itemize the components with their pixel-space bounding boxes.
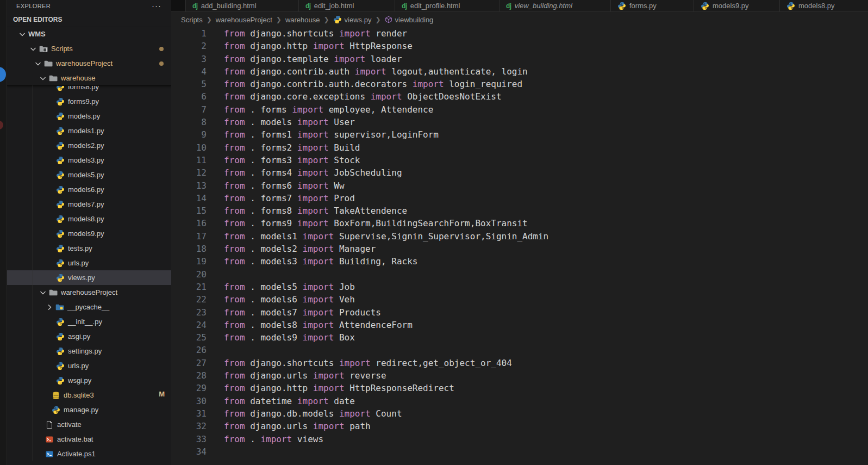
code-line-22[interactable]: 22from . models6 import Veh xyxy=(171,293,868,306)
tree-item-models7-py[interactable]: models7.py xyxy=(7,197,171,212)
code-line-34[interactable]: 34 xyxy=(171,445,868,458)
breadcrumb-label: warehouseProject xyxy=(216,16,272,24)
tree-item-wms[interactable]: WMS xyxy=(7,27,171,41)
open-editors-section[interactable]: OPEN EDITORS xyxy=(7,12,171,27)
line-number: 11 xyxy=(171,154,207,166)
breadcrumb-item-scripts[interactable]: Scripts xyxy=(181,16,203,24)
code-line-5[interactable]: 5from django.contrib.auth.decorators imp… xyxy=(171,78,868,90)
code-line-29[interactable]: 29from django.http import HttpResponseRe… xyxy=(171,382,868,394)
tree-item-views-py[interactable]: views.py xyxy=(7,270,171,285)
tree-item-label: models6.py xyxy=(68,185,104,194)
tree-item-models8-py[interactable]: models8.py xyxy=(7,212,171,226)
tree-item-forms9-py[interactable]: forms9.py xyxy=(7,94,171,109)
code-line-4[interactable]: 4from django.contrib.auth import logout,… xyxy=(171,65,868,78)
tab-forms-py[interactable]: forms.py xyxy=(611,0,694,11)
tree-item-label: models3.py xyxy=(68,156,104,164)
tab-view-building-html[interactable]: djview_building.html xyxy=(499,0,611,11)
code-line-17[interactable]: 17from . models1 import Supervise,Signin… xyxy=(171,230,868,243)
tree-item-init-py[interactable]: __init__.py xyxy=(7,314,171,329)
tree-item-wsgi-py[interactable]: wsgi.py xyxy=(7,373,171,388)
tree-item-forms8-py[interactable]: forms8.py xyxy=(7,86,171,94)
tab-edit-job-html[interactable]: djedit_job.html xyxy=(299,0,395,11)
code-line-1[interactable]: 1from django.shortcuts import render xyxy=(171,27,868,40)
code-line-14[interactable]: 14from . forms7 import Prod xyxy=(171,192,868,204)
breadcrumb-item-viewbuilding[interactable]: viewbuilding xyxy=(385,16,434,24)
code-line-25[interactable]: 25from . models9 import Box xyxy=(171,331,868,344)
tree-item-models9-py[interactable]: models9.py xyxy=(7,226,171,241)
code-line-2[interactable]: 2from django.http import HttpResponse xyxy=(171,40,868,52)
tree-item-urls-py[interactable]: urls.py xyxy=(7,358,171,373)
tree-item-warehouseproject[interactable]: warehouseProject xyxy=(7,56,171,71)
code-line-30[interactable]: 30from datetime import date xyxy=(171,395,868,407)
vscode-window: EXPLORER ··· OPEN EDITORS WMSScriptsware… xyxy=(0,0,868,465)
tree-item-warehouseproject[interactable]: warehouseProject xyxy=(7,285,171,300)
terminal-bat-icon xyxy=(45,435,54,444)
tree-item-models6-py[interactable]: models6.py xyxy=(7,182,171,197)
code-line-19[interactable]: 19from . models3 import Building, Racks xyxy=(171,255,868,268)
python-icon xyxy=(56,332,65,341)
tab-add-building-html[interactable]: djadd_building.html xyxy=(186,0,299,11)
tree-item-urls-py[interactable]: urls.py xyxy=(7,256,171,270)
python-icon xyxy=(786,2,795,10)
code-text: from . models5 import Job xyxy=(224,281,355,293)
code-text: from . forms1 import supervisor,LoginFor… xyxy=(224,128,439,141)
code-line-6[interactable]: 6from django.core.exceptions import Obje… xyxy=(171,90,868,103)
code-line-20[interactable]: 20 xyxy=(171,268,868,281)
breadcrumb-separator: ❯ xyxy=(324,16,329,23)
tree-item-settings-py[interactable]: settings.py xyxy=(7,344,171,358)
code-line-18[interactable]: 18from . models2 import Manager xyxy=(171,243,868,255)
open-editors-label: OPEN EDITORS xyxy=(13,16,62,23)
breadcrumb-item-views-py[interactable]: views.py xyxy=(333,15,372,24)
code-line-16[interactable]: 16from . forms9 import BoxForm,BuildingS… xyxy=(171,217,868,230)
tree-item-models1-py[interactable]: models1.py xyxy=(7,123,171,138)
code-line-31[interactable]: 31from django.db.models import Count xyxy=(171,407,868,420)
tab-label: add_building.html xyxy=(201,2,257,10)
line-number: 2 xyxy=(171,40,207,52)
code-line-26[interactable]: 26 xyxy=(171,344,868,356)
tree-item-asgi-py[interactable]: asgi.py xyxy=(7,329,171,344)
code-line-7[interactable]: 7from . forms import employee, Attendenc… xyxy=(171,103,868,116)
code-line-9[interactable]: 9from . forms1 import supervisor,LoginFo… xyxy=(171,128,868,141)
code-text: from . models9 import Box xyxy=(224,331,355,344)
tree-item-scripts[interactable]: Scripts xyxy=(7,41,171,56)
code-line-32[interactable]: 32from django.urls import path xyxy=(171,420,868,432)
tree-item-warehouse[interactable]: warehouse xyxy=(7,71,171,85)
code-line-21[interactable]: 21from . models5 import Job xyxy=(171,281,868,293)
tree-item-tests-py[interactable]: tests.py xyxy=(7,241,171,256)
tree-item-models5-py[interactable]: models5.py xyxy=(7,168,171,182)
code-line-10[interactable]: 10from . forms2 import Build xyxy=(171,141,868,154)
code-editor[interactable]: 1from django.shortcuts import render2fro… xyxy=(171,27,868,465)
line-number: 21 xyxy=(171,281,207,293)
breadcrumb-item-warehouseproject[interactable]: warehouseProject xyxy=(216,16,272,24)
tree-item-activate-bat[interactable]: activate.bat xyxy=(7,432,171,447)
tree-item-models-py[interactable]: models.py xyxy=(7,109,171,123)
code-line-27[interactable]: 27from django.shortcuts import redirect,… xyxy=(171,357,868,369)
tree-item-manage-py[interactable]: manage.py xyxy=(7,402,171,417)
django-icon: dj xyxy=(305,2,311,10)
code-line-28[interactable]: 28from django.urls import reverse xyxy=(171,369,868,382)
code-line-8[interactable]: 8from . models import User xyxy=(171,116,868,128)
line-number: 20 xyxy=(171,268,207,281)
breadcrumb-item-warehouse[interactable]: warehouse xyxy=(285,16,320,24)
more-actions-icon[interactable]: ··· xyxy=(152,3,161,9)
tree-item-models2-py[interactable]: models2.py xyxy=(7,138,171,153)
terminal-ps-icon xyxy=(45,450,54,458)
tab-models9-py[interactable]: models9.py xyxy=(694,0,780,11)
tree-item-db-sqlite3[interactable]: db.sqlite3M xyxy=(7,388,171,402)
tree-item-activate-ps1[interactable]: Activate.ps1 xyxy=(7,447,171,461)
code-line-24[interactable]: 24from . models8 import AttendenceForm xyxy=(171,319,868,331)
code-line-3[interactable]: 3from django.template import loader xyxy=(171,53,868,65)
tab-models8-py[interactable]: models8.py xyxy=(780,0,868,11)
tree-item-models3-py[interactable]: models3.py xyxy=(7,153,171,168)
code-line-11[interactable]: 11from . forms3 import Stock xyxy=(171,154,868,166)
code-text: from django.urls import path xyxy=(224,420,371,432)
code-line-33[interactable]: 33from . import views xyxy=(171,433,868,445)
code-line-15[interactable]: 15from . forms8 import TakeAttendence xyxy=(171,204,868,217)
tab-edit-profile-html[interactable]: djedit_profile.html xyxy=(395,0,499,11)
code-line-23[interactable]: 23from . models7 import Products xyxy=(171,306,868,319)
code-line-13[interactable]: 13from . forms6 import Ww xyxy=(171,179,868,192)
code-line-12[interactable]: 12from . forms4 import JobScheduling xyxy=(171,166,868,179)
tree-item-pycache[interactable]: __pycache__ xyxy=(7,300,171,314)
line-number: 4 xyxy=(171,65,207,78)
tree-item-activate[interactable]: activate xyxy=(7,417,171,432)
